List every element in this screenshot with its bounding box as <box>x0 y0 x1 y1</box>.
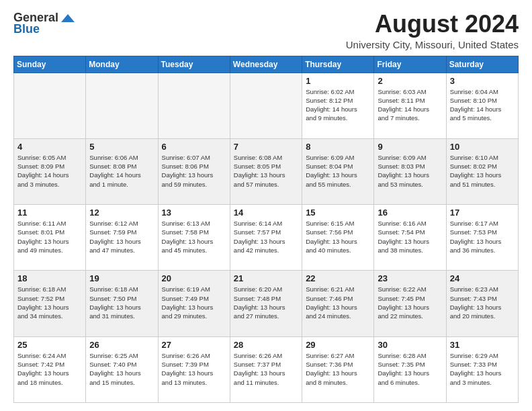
day-info: Sunrise: 6:14 AM Sunset: 7:57 PM Dayligh… <box>234 219 298 255</box>
day-number: 18 <box>17 273 82 283</box>
table-row: 26Sunrise: 6:25 AM Sunset: 7:40 PM Dayli… <box>86 336 158 402</box>
day-info: Sunrise: 6:04 AM Sunset: 8:10 PM Dayligh… <box>450 87 515 123</box>
day-number: 28 <box>234 340 298 350</box>
table-row: 8Sunrise: 6:09 AM Sunset: 8:04 PM Daylig… <box>302 138 374 204</box>
col-sunday: Sunday <box>14 56 86 73</box>
day-info: Sunrise: 6:03 AM Sunset: 8:11 PM Dayligh… <box>378 87 442 123</box>
day-info: Sunrise: 6:26 AM Sunset: 7:37 PM Dayligh… <box>234 351 298 387</box>
logo-icon <box>61 13 75 24</box>
table-row: 3Sunrise: 6:04 AM Sunset: 8:10 PM Daylig… <box>446 73 518 138</box>
page: General Blue August 2024 University City… <box>0 0 532 411</box>
day-info: Sunrise: 6:08 AM Sunset: 8:05 PM Dayligh… <box>234 153 298 189</box>
table-row: 15Sunrise: 6:15 AM Sunset: 7:56 PM Dayli… <box>302 205 374 271</box>
day-info: Sunrise: 6:02 AM Sunset: 8:12 PM Dayligh… <box>306 87 370 123</box>
day-number: 16 <box>378 208 442 218</box>
col-tuesday: Tuesday <box>158 56 230 73</box>
day-info: Sunrise: 6:15 AM Sunset: 7:56 PM Dayligh… <box>306 219 370 255</box>
table-row: 25Sunrise: 6:24 AM Sunset: 7:42 PM Dayli… <box>14 336 86 402</box>
table-row: 28Sunrise: 6:26 AM Sunset: 7:37 PM Dayli… <box>230 336 302 402</box>
day-info: Sunrise: 6:23 AM Sunset: 7:43 PM Dayligh… <box>450 285 515 320</box>
table-row: 31Sunrise: 6:29 AM Sunset: 7:33 PM Dayli… <box>446 336 518 402</box>
table-row: 30Sunrise: 6:28 AM Sunset: 7:35 PM Dayli… <box>374 336 446 402</box>
day-info: Sunrise: 6:12 AM Sunset: 7:59 PM Dayligh… <box>89 219 154 255</box>
day-number: 30 <box>378 340 442 350</box>
table-row: 4Sunrise: 6:05 AM Sunset: 8:09 PM Daylig… <box>14 138 86 204</box>
day-info: Sunrise: 6:06 AM Sunset: 8:08 PM Dayligh… <box>89 153 154 189</box>
day-info: Sunrise: 6:18 AM Sunset: 7:50 PM Dayligh… <box>89 285 154 320</box>
table-row <box>14 73 86 138</box>
day-number: 17 <box>450 208 515 218</box>
table-row: 20Sunrise: 6:19 AM Sunset: 7:49 PM Dayli… <box>158 271 230 336</box>
col-thursday: Thursday <box>302 56 374 73</box>
svg-marker-0 <box>61 14 75 22</box>
day-info: Sunrise: 6:10 AM Sunset: 8:02 PM Dayligh… <box>450 153 515 189</box>
calendar-header-row: Sunday Monday Tuesday Wednesday Thursday… <box>14 56 519 73</box>
day-number: 8 <box>306 142 370 152</box>
day-info: Sunrise: 6:29 AM Sunset: 7:33 PM Dayligh… <box>450 351 515 387</box>
table-row: 14Sunrise: 6:14 AM Sunset: 7:57 PM Dayli… <box>230 205 302 271</box>
table-row: 18Sunrise: 6:18 AM Sunset: 7:52 PM Dayli… <box>14 271 86 336</box>
day-number: 26 <box>89 340 154 350</box>
day-number: 24 <box>450 273 515 283</box>
col-monday: Monday <box>86 56 158 73</box>
day-info: Sunrise: 6:16 AM Sunset: 7:54 PM Dayligh… <box>378 219 442 255</box>
day-info: Sunrise: 6:25 AM Sunset: 7:40 PM Dayligh… <box>89 351 154 387</box>
table-row: 27Sunrise: 6:26 AM Sunset: 7:39 PM Dayli… <box>158 336 230 402</box>
day-number: 31 <box>450 340 515 350</box>
day-number: 23 <box>378 273 442 283</box>
day-info: Sunrise: 6:09 AM Sunset: 8:04 PM Dayligh… <box>306 153 370 189</box>
day-info: Sunrise: 6:26 AM Sunset: 7:39 PM Dayligh… <box>162 351 226 387</box>
day-number: 9 <box>378 142 442 152</box>
table-row: 10Sunrise: 6:10 AM Sunset: 8:02 PM Dayli… <box>446 138 518 204</box>
col-friday: Friday <box>374 56 446 73</box>
table-row: 17Sunrise: 6:17 AM Sunset: 7:53 PM Dayli… <box>446 205 518 271</box>
day-number: 14 <box>234 208 298 218</box>
table-row: 12Sunrise: 6:12 AM Sunset: 7:59 PM Dayli… <box>86 205 158 271</box>
table-row: 2Sunrise: 6:03 AM Sunset: 8:11 PM Daylig… <box>374 73 446 138</box>
calendar-week-row: 25Sunrise: 6:24 AM Sunset: 7:42 PM Dayli… <box>14 336 519 402</box>
day-info: Sunrise: 6:22 AM Sunset: 7:45 PM Dayligh… <box>378 285 442 320</box>
table-row: 6Sunrise: 6:07 AM Sunset: 8:06 PM Daylig… <box>158 138 230 204</box>
day-number: 13 <box>162 208 226 218</box>
day-number: 6 <box>162 142 226 152</box>
table-row: 9Sunrise: 6:09 AM Sunset: 8:03 PM Daylig… <box>374 138 446 204</box>
day-number: 29 <box>306 340 370 350</box>
day-number: 15 <box>306 208 370 218</box>
calendar-week-row: 4Sunrise: 6:05 AM Sunset: 8:09 PM Daylig… <box>14 138 519 204</box>
day-info: Sunrise: 6:24 AM Sunset: 7:42 PM Dayligh… <box>17 351 82 387</box>
col-saturday: Saturday <box>446 56 518 73</box>
day-number: 20 <box>162 273 226 283</box>
table-row: 22Sunrise: 6:21 AM Sunset: 7:46 PM Dayli… <box>302 271 374 336</box>
day-number: 2 <box>378 76 442 86</box>
location-subtitle: University City, Missouri, United States <box>346 39 519 50</box>
calendar-week-row: 18Sunrise: 6:18 AM Sunset: 7:52 PM Dayli… <box>14 271 519 336</box>
header: General Blue August 2024 University City… <box>13 11 519 50</box>
day-number: 22 <box>306 273 370 283</box>
day-info: Sunrise: 6:19 AM Sunset: 7:49 PM Dayligh… <box>162 285 226 320</box>
table-row: 23Sunrise: 6:22 AM Sunset: 7:45 PM Dayli… <box>374 271 446 336</box>
day-info: Sunrise: 6:11 AM Sunset: 8:01 PM Dayligh… <box>17 219 82 255</box>
month-year-title: August 2024 <box>346 11 519 38</box>
day-number: 11 <box>17 208 82 218</box>
table-row: 7Sunrise: 6:08 AM Sunset: 8:05 PM Daylig… <box>230 138 302 204</box>
day-info: Sunrise: 6:17 AM Sunset: 7:53 PM Dayligh… <box>450 219 515 255</box>
day-number: 21 <box>234 273 298 283</box>
col-wednesday: Wednesday <box>230 56 302 73</box>
day-number: 3 <box>450 76 515 86</box>
day-info: Sunrise: 6:18 AM Sunset: 7:52 PM Dayligh… <box>17 285 82 320</box>
day-number: 1 <box>306 76 370 86</box>
day-info: Sunrise: 6:09 AM Sunset: 8:03 PM Dayligh… <box>378 153 442 189</box>
table-row: 5Sunrise: 6:06 AM Sunset: 8:08 PM Daylig… <box>86 138 158 204</box>
table-row <box>86 73 158 138</box>
day-number: 10 <box>450 142 515 152</box>
day-info: Sunrise: 6:20 AM Sunset: 7:48 PM Dayligh… <box>234 285 298 320</box>
day-number: 4 <box>17 142 82 152</box>
day-number: 7 <box>234 142 298 152</box>
table-row: 11Sunrise: 6:11 AM Sunset: 8:01 PM Dayli… <box>14 205 86 271</box>
day-number: 19 <box>89 273 154 283</box>
logo: General Blue <box>13 11 75 36</box>
day-info: Sunrise: 6:28 AM Sunset: 7:35 PM Dayligh… <box>378 351 442 387</box>
day-number: 25 <box>17 340 82 350</box>
day-info: Sunrise: 6:07 AM Sunset: 8:06 PM Dayligh… <box>162 153 226 189</box>
logo-blue: Blue <box>13 22 40 36</box>
